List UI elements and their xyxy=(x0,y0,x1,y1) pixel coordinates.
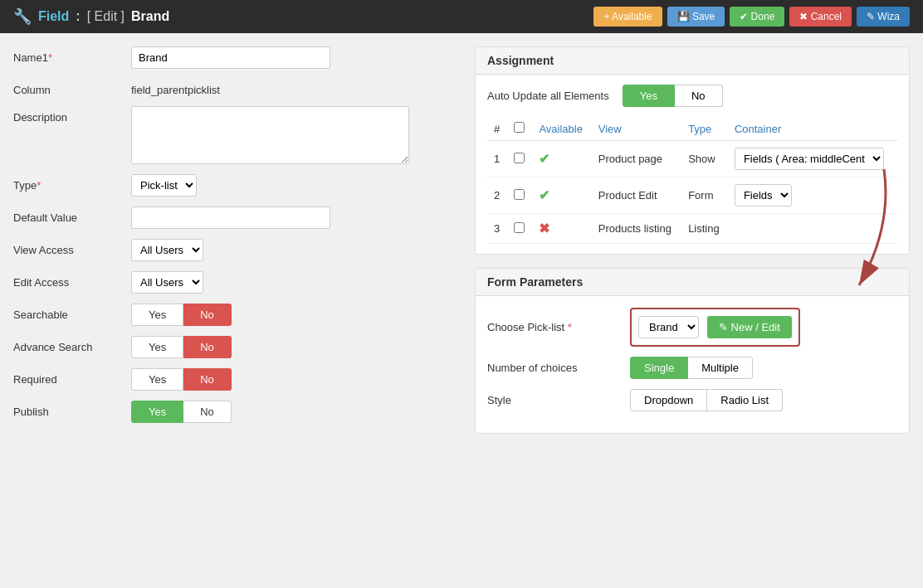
required-toggle: Yes No xyxy=(131,368,232,391)
required-no-button[interactable]: No xyxy=(183,368,232,391)
assignment-body: Auto Update all Elements Yes No # Availa… xyxy=(476,75,909,254)
choices-label: Number of choices xyxy=(487,362,620,374)
col-available: Available xyxy=(532,117,591,141)
wiza-button[interactable]: ✎ Wiza xyxy=(857,7,910,27)
type-row: Type* Pick-list xyxy=(13,174,461,197)
right-panel: Assignment Auto Update all Elements Yes … xyxy=(475,46,910,575)
description-row: Description xyxy=(13,106,461,164)
type-label: Type* xyxy=(13,174,121,192)
column-row: Column field_parentpicklist xyxy=(13,79,461,96)
edit-access-row: Edit Access All Users xyxy=(13,271,461,294)
header-brand-label: Brand xyxy=(131,9,169,24)
available-button[interactable]: + Available xyxy=(593,7,662,27)
edit-access-label: Edit Access xyxy=(13,271,121,289)
row2-type: Form xyxy=(681,177,728,214)
main-content: Name1* Column field_parentpicklist Descr… xyxy=(0,33,923,588)
name-row: Name1* xyxy=(13,46,461,69)
select-all-checkbox[interactable] xyxy=(514,122,525,133)
row2-checkbox[interactable] xyxy=(514,189,525,200)
left-panel: Name1* Column field_parentpicklist Descr… xyxy=(13,46,461,575)
row3-type: Listing xyxy=(681,214,728,244)
col-type: Type xyxy=(681,117,728,141)
advance-no-button[interactable]: No xyxy=(183,336,232,358)
row1-container-select[interactable]: Fields ( Area: middleCenter ) xyxy=(735,148,884,170)
header-toolbar: + Available 💾 Save ✔ Done ✖ Cancel ✎ Wiz… xyxy=(593,7,910,27)
publish-row: Publish Yes No xyxy=(13,401,461,423)
col-view: View xyxy=(592,117,681,141)
required-row: Required Yes No xyxy=(13,368,461,391)
style-row: Style Dropdown Radio List xyxy=(487,389,897,411)
form-parameters-header: Form Parameters xyxy=(476,269,909,296)
searchable-label: Searchable xyxy=(13,304,121,321)
table-row: 3 ✖ Products listing Listing xyxy=(487,214,897,244)
advance-yes-button[interactable]: Yes xyxy=(131,336,183,358)
row3-container xyxy=(728,214,897,244)
required-yes-button[interactable]: Yes xyxy=(131,368,183,391)
row1-checkbox[interactable] xyxy=(514,153,525,163)
assignment-header: Assignment xyxy=(476,47,909,75)
advance-search-toggle: Yes No xyxy=(131,336,232,358)
table-row: 2 ✔ Product Edit Form Fields xyxy=(487,177,897,214)
table-row: 1 ✔ Product page Show Fields ( Area: mid… xyxy=(487,141,897,177)
style-radio-button[interactable]: Radio List xyxy=(707,389,783,411)
searchable-no-button[interactable]: No xyxy=(183,304,232,326)
row1-available-icon: ✔ xyxy=(539,152,549,166)
new-edit-button[interactable]: ✎ New / Edit xyxy=(707,316,792,338)
row3-view: Products listing xyxy=(592,214,681,244)
col-num: # xyxy=(487,117,507,141)
page-title: 🔧 Field : [ Edit ] Brand xyxy=(13,7,169,26)
searchable-row: Searchable Yes No xyxy=(13,304,461,326)
row1-view: Product page xyxy=(592,141,681,177)
page-header: 🔧 Field : [ Edit ] Brand + Available 💾 S… xyxy=(0,0,923,33)
advance-search-label: Advance Search xyxy=(13,336,121,353)
style-dropdown-button[interactable]: Dropdown xyxy=(630,389,707,411)
auto-yes-button[interactable]: Yes xyxy=(623,85,675,107)
auto-update-row: Auto Update all Elements Yes No xyxy=(487,85,897,107)
form-parameters-section: Form Parameters Choose Pick-list * xyxy=(475,268,910,434)
view-access-row: View Access All Users xyxy=(13,239,461,261)
done-button[interactable]: ✔ Done xyxy=(730,7,784,27)
view-access-label: View Access xyxy=(13,239,121,256)
edit-access-select[interactable]: All Users xyxy=(131,271,203,294)
style-toggle: Dropdown Radio List xyxy=(630,389,783,411)
auto-no-button[interactable]: No xyxy=(675,85,723,107)
row2-view: Product Edit xyxy=(592,177,681,214)
wrench-icon: 🔧 xyxy=(13,7,32,26)
view-access-select[interactable]: All Users xyxy=(131,239,203,261)
type-select[interactable]: Pick-list xyxy=(131,174,197,197)
save-button[interactable]: 💾 Save xyxy=(667,7,725,27)
publish-no-button[interactable]: No xyxy=(183,401,232,423)
description-label: Description xyxy=(13,106,121,124)
name-label: Name1* xyxy=(13,46,121,64)
publish-yes-button[interactable]: Yes xyxy=(131,401,183,423)
row1-num: 1 xyxy=(487,141,507,177)
row3-checkbox[interactable] xyxy=(514,222,525,233)
assignment-table: # Available View Type Container 1 ✔ xyxy=(487,117,897,244)
name-input[interactable] xyxy=(131,46,330,69)
choices-multiple-button[interactable]: Multiple xyxy=(688,357,753,379)
row3-available-icon: ✖ xyxy=(539,221,549,236)
picklist-group: Brand xyxy=(638,316,699,338)
default-input[interactable] xyxy=(131,207,330,229)
row2-num: 2 xyxy=(487,177,507,214)
publish-label: Publish xyxy=(13,401,121,418)
cancel-button[interactable]: ✖ Cancel xyxy=(789,7,852,27)
required-label: Required xyxy=(13,368,121,386)
row2-available-icon: ✔ xyxy=(539,188,549,202)
default-label: Default Value xyxy=(13,207,121,224)
advance-search-row: Advance Search Yes No xyxy=(13,336,461,358)
picklist-highlight-box: Brand ✎ New / Edit xyxy=(630,308,800,347)
searchable-yes-button[interactable]: Yes xyxy=(131,304,183,326)
row2-container-select[interactable]: Fields xyxy=(735,184,792,207)
choices-single-button[interactable]: Single xyxy=(630,357,688,379)
picklist-select[interactable]: Brand xyxy=(638,316,699,338)
colon: : xyxy=(76,9,80,24)
auto-update-label: Auto Update all Elements xyxy=(487,90,609,102)
publish-toggle: Yes No xyxy=(131,401,232,423)
row3-num: 3 xyxy=(487,214,507,244)
searchable-toggle: Yes No xyxy=(131,304,232,326)
form-parameters-body: Choose Pick-list * Brand ✎ New / Edit Nu… xyxy=(476,296,909,433)
style-label: Style xyxy=(487,394,620,406)
description-input[interactable] xyxy=(131,106,409,164)
auto-update-toggle: Yes No xyxy=(623,85,723,107)
